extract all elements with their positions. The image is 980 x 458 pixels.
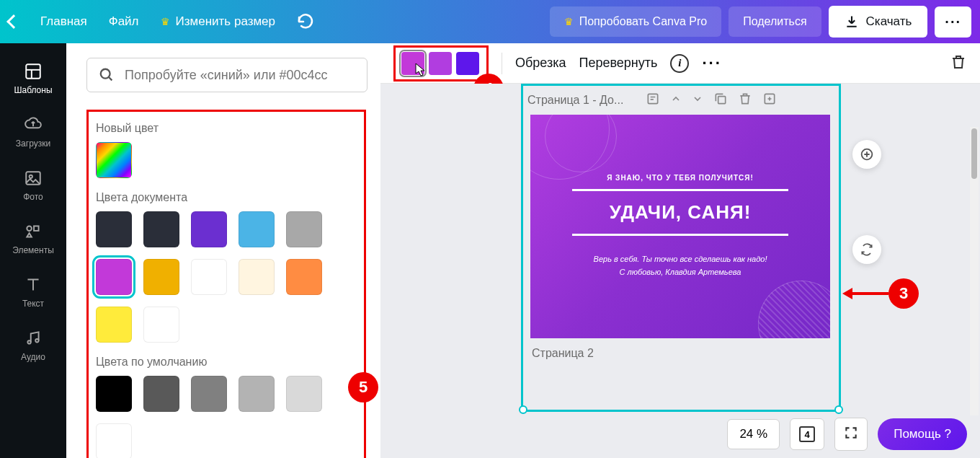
search-icon: [99, 67, 115, 83]
bottom-bar: 24 % 4 Помощь ?: [727, 418, 967, 451]
crop-button[interactable]: Обрезка: [515, 56, 566, 71]
templates-icon: [24, 62, 43, 81]
doc-color-swatch[interactable]: [191, 211, 227, 247]
undo-icon: [297, 13, 314, 30]
move-down-icon[interactable]: [692, 93, 703, 107]
doc-color-swatch[interactable]: [286, 211, 322, 247]
default-color-swatch[interactable]: [96, 376, 132, 412]
doc-color-swatch[interactable]: [286, 259, 322, 295]
doc-color-swatch[interactable]: [239, 211, 275, 247]
download-button[interactable]: Скачать: [829, 6, 928, 38]
default-color-swatch[interactable]: [143, 376, 179, 412]
help-button[interactable]: Помощь ?: [878, 418, 967, 450]
share-button[interactable]: Поделиться: [729, 6, 821, 37]
try-pro-label: Попробовать Canva Pro: [579, 15, 708, 28]
doc-color-swatch[interactable]: [96, 211, 132, 247]
doc-colors-title: Цвета документа: [96, 191, 357, 204]
nav-uploads[interactable]: Загрузки: [0, 105, 66, 159]
elements-icon: [24, 222, 43, 241]
more-options[interactable]: ···: [702, 54, 721, 73]
nav-label: Элементы: [12, 245, 54, 255]
color-panel: Новый цвет Цвета документа Цвета по умол…: [66, 43, 380, 458]
new-color-title: Новый цвет: [96, 122, 357, 135]
flip-button[interactable]: Перевернуть: [579, 56, 657, 71]
card-main-text: УДАЧИ, САНЯ!: [610, 201, 752, 224]
add-comment-button[interactable]: [852, 140, 881, 169]
canvas-area: 4 Обрезка Перевернуть i ··· Страница 1 -…: [380, 43, 980, 458]
fullscreen-button[interactable]: [834, 418, 868, 451]
download-icon: [845, 14, 859, 29]
design-canvas[interactable]: Я ЗНАЮ, ЧТО У ТЕБЯ ПОЛУЧИТСЯ! УДАЧИ, САН…: [530, 115, 830, 338]
toolbar-color-2[interactable]: [429, 52, 452, 75]
sync-button[interactable]: [852, 235, 881, 264]
nav-label: Загрузки: [16, 138, 50, 149]
crown-icon: ♛: [161, 16, 170, 27]
back-button[interactable]: [9, 17, 19, 27]
home-button[interactable]: Главная: [40, 14, 87, 29]
zoom-level[interactable]: 24 %: [727, 419, 780, 449]
svg-rect-6: [34, 226, 39, 231]
doc-color-swatch[interactable]: [191, 259, 227, 295]
color-search[interactable]: [86, 58, 368, 92]
duplicate-icon[interactable]: [713, 92, 728, 109]
default-color-swatch[interactable]: [96, 423, 132, 458]
delete-button[interactable]: [950, 53, 967, 74]
page2-title[interactable]: Страница 2: [523, 338, 839, 361]
add-page-icon[interactable]: [762, 92, 777, 109]
crown-icon: ♛: [564, 16, 574, 27]
file-button[interactable]: Файл: [109, 14, 139, 29]
download-label: Скачать: [866, 14, 912, 29]
nav-audio[interactable]: Аудио: [0, 319, 66, 372]
more-menu-button[interactable]: ···: [935, 6, 971, 38]
toolbar-color-1[interactable]: [401, 52, 424, 75]
page-title[interactable]: Страница 1 - До...: [527, 94, 636, 107]
notes-icon[interactable]: [646, 92, 660, 109]
search-input[interactable]: [125, 68, 355, 83]
svg-line-10: [109, 77, 112, 81]
main-area: Шаблоны Загрузки Фото Элементы Текст Ауд…: [0, 43, 980, 458]
doc-color-swatch[interactable]: [143, 307, 179, 343]
undo-button[interactable]: [297, 13, 314, 30]
doc-color-swatch[interactable]: [96, 259, 132, 295]
try-pro-button[interactable]: ♛Попробовать Canva Pro: [550, 6, 722, 37]
default-color-swatch[interactable]: [239, 376, 275, 412]
annotation-box-5: Новый цвет Цвета документа Цвета по умол…: [86, 110, 366, 458]
svg-point-9: [101, 69, 110, 79]
page-count[interactable]: 4: [790, 418, 824, 450]
doc-color-swatch[interactable]: [143, 259, 179, 295]
resize-handle[interactable]: [834, 405, 843, 414]
context-toolbar: 4 Обрезка Перевернуть i ···: [380, 43, 980, 84]
info-icon[interactable]: i: [670, 54, 689, 73]
toolbar-color-3[interactable]: [456, 52, 479, 75]
svg-point-7: [27, 340, 30, 343]
default-color-swatch[interactable]: [191, 376, 227, 412]
nav-elements[interactable]: Элементы: [0, 212, 66, 265]
default-color-swatch[interactable]: [286, 376, 322, 412]
resize-button[interactable]: ♛Изменить размер: [161, 14, 276, 29]
doc-color-swatch[interactable]: [143, 211, 179, 247]
svg-point-5: [27, 226, 32, 231]
top-left-group: Главная Файл ♛Изменить размер: [9, 13, 314, 30]
doc-color-swatch[interactable]: [96, 307, 132, 343]
svg-point-4: [30, 175, 32, 178]
svg-point-8: [35, 339, 38, 342]
page-header: Страница 1 - До...: [523, 86, 839, 115]
svg-rect-12: [718, 97, 726, 104]
default-colors-title: Цвета по умолчанию: [96, 356, 357, 369]
nav-photos[interactable]: Фото: [0, 159, 66, 212]
doc-color-swatch[interactable]: [239, 259, 275, 295]
card-top-text: Я ЗНАЮ, ЧТО У ТЕБЯ ПОЛУЧИТСЯ!: [607, 174, 754, 182]
trash-icon[interactable]: [738, 92, 752, 109]
nav-label: Шаблоны: [14, 85, 52, 95]
move-up-icon[interactable]: [670, 93, 682, 107]
resize-handle[interactable]: [519, 405, 527, 414]
top-bar: Главная Файл ♛Изменить размер ♛Попробова…: [0, 0, 980, 43]
nav-templates[interactable]: Шаблоны: [0, 52, 66, 105]
annotation-arrow-3: 3: [842, 278, 919, 309]
nav-text[interactable]: Текст: [0, 265, 66, 319]
color-picker-swatch[interactable]: [96, 142, 132, 178]
svg-rect-0: [26, 64, 40, 79]
canvas-body[interactable]: Страница 1 - До... Я ЗНАЮ, ЧТО У ТЕБЯ ПО…: [380, 84, 980, 458]
scrollbar[interactable]: [970, 127, 979, 415]
audio-icon: [24, 329, 43, 348]
